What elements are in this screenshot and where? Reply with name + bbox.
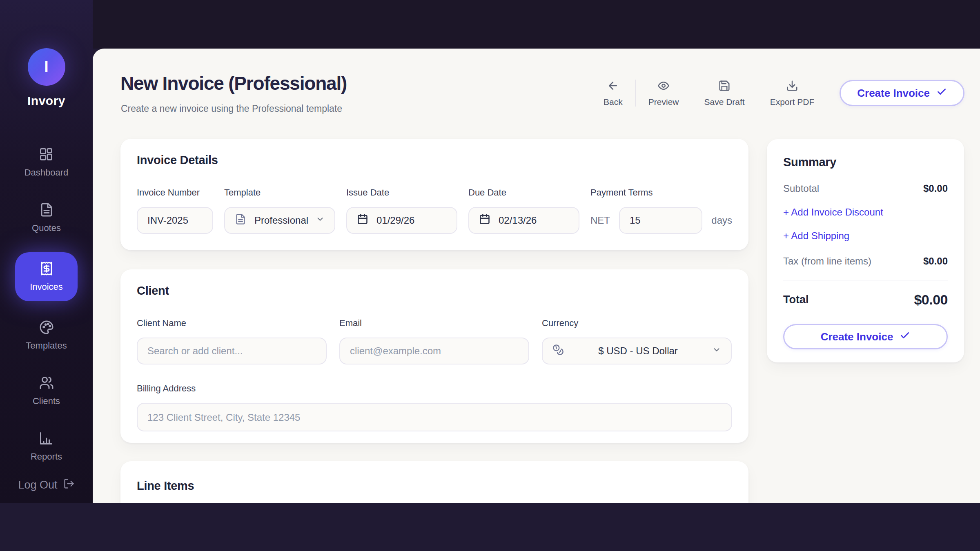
sidebar-item-label: Templates — [26, 340, 67, 351]
email-input[interactable] — [339, 338, 529, 364]
invoice-number-input[interactable] — [137, 207, 213, 234]
save-draft-label: Save Draft — [704, 97, 745, 107]
calendar-icon — [479, 213, 490, 227]
total-row: Total $0.00 — [783, 292, 948, 308]
summary-card: Summary Subtotal $0.00 + Add Invoice Dis… — [767, 139, 964, 362]
dashboard-icon — [39, 147, 53, 163]
sidebar-item-label: Reports — [31, 451, 62, 462]
currency-value: $ USD - US Dollar — [598, 345, 678, 357]
payment-terms-input[interactable] — [619, 207, 702, 234]
payment-terms-label: Payment Terms — [590, 187, 732, 198]
sidebar-item-dashboard[interactable]: Dashboard — [24, 147, 69, 178]
divider — [827, 80, 827, 107]
sidebar-item-quotes[interactable]: Quotes — [32, 202, 61, 233]
invoice-number-group: Invoice Number — [137, 187, 213, 234]
add-invoice-discount-link[interactable]: + Add Invoice Discount — [783, 207, 948, 218]
header-actions: Back Preview Save Draft — [591, 79, 964, 107]
invoice-details-card: Invoice Details Invoice Number Template — [120, 139, 748, 250]
preview-button[interactable]: Preview — [636, 80, 692, 107]
clients-users-icon — [39, 375, 54, 392]
currency-label: Currency — [542, 318, 732, 329]
due-date-group: Due Date 02/13/26 — [468, 187, 579, 234]
save-icon — [718, 80, 731, 93]
invoice-number-label: Invoice Number — [137, 187, 213, 198]
page-title: New Invoice (Professional) — [120, 72, 347, 94]
create-invoice-label: Create Invoice — [821, 331, 893, 343]
download-icon — [786, 80, 798, 93]
subtotal-value: $0.00 — [923, 183, 948, 194]
issue-date-label: Issue Date — [346, 187, 457, 198]
sidebar-item-label: Dashboard — [24, 167, 69, 178]
logout-button[interactable]: Log Out — [18, 478, 74, 492]
app-logo-letter: I — [44, 58, 48, 76]
create-invoice-button-summary[interactable]: Create Invoice — [783, 324, 948, 349]
chevron-down-icon — [316, 215, 325, 226]
due-date-input[interactable]: 02/13/26 — [468, 207, 579, 234]
templates-palette-icon — [39, 320, 54, 336]
arrow-left-icon — [607, 80, 619, 93]
total-label: Total — [783, 293, 809, 306]
template-value: Professional — [254, 215, 308, 226]
back-button[interactable]: Back — [591, 80, 635, 107]
sidebar-item-templates[interactable]: Templates — [26, 320, 67, 351]
client-email-group: Email — [339, 318, 529, 364]
payment-terms-prefix: NET — [590, 215, 610, 226]
logout-icon — [63, 478, 75, 492]
calendar-icon — [357, 213, 368, 227]
sidebar: I Invory Dashboard — [0, 0, 93, 503]
client-card: Client Client Name Email Currency — [120, 269, 748, 443]
issue-date-value: 01/29/26 — [376, 215, 414, 226]
issue-date-group: Issue Date 01/29/26 — [346, 187, 457, 234]
sidebar-item-label: Clients — [33, 396, 60, 407]
main-panel: New Invoice (Professional) Create a new … — [93, 49, 980, 503]
sidebar-item-reports[interactable]: Reports — [31, 431, 62, 462]
chevron-down-icon — [712, 345, 721, 357]
billing-address-input[interactable] — [137, 403, 732, 431]
due-date-label: Due Date — [468, 187, 579, 198]
billing-address-group: Billing Address — [137, 383, 732, 431]
currency-select[interactable]: $ USD - US Dollar — [542, 338, 732, 364]
check-icon — [900, 330, 910, 344]
payment-terms-group: Payment Terms NET days — [590, 187, 732, 234]
template-label: Template — [224, 187, 335, 198]
total-value: $0.00 — [914, 292, 948, 308]
quotes-icon — [39, 202, 54, 219]
line-items-card: Line Items — [120, 461, 748, 503]
due-date-value: 02/13/26 — [499, 215, 537, 226]
sidebar-nav: Dashboard Quotes Invoi — [0, 147, 93, 462]
issue-date-input[interactable]: 01/29/26 — [346, 207, 457, 234]
app-logo: I — [28, 48, 65, 86]
save-draft-button[interactable]: Save Draft — [692, 80, 757, 107]
create-invoice-label: Create Invoice — [857, 87, 930, 100]
email-label: Email — [339, 318, 529, 329]
page-subtitle: Create a new invoice using the Professio… — [121, 103, 342, 114]
check-icon — [936, 87, 947, 100]
sidebar-item-label: Invoices — [30, 282, 63, 292]
eye-icon — [657, 80, 670, 93]
logout-label: Log Out — [18, 479, 57, 491]
back-label: Back — [604, 97, 623, 107]
payment-terms-suffix: days — [711, 215, 732, 226]
client-name-input[interactable] — [137, 338, 327, 364]
sidebar-item-invoices[interactable]: Invoices — [15, 252, 78, 301]
export-pdf-button[interactable]: Export PDF — [757, 80, 827, 107]
currency-group: Currency $ USD - US Dollar — [542, 318, 732, 364]
add-shipping-link[interactable]: + Add Shipping — [783, 230, 948, 242]
template-group: Template Professional — [224, 187, 335, 234]
client-heading: Client — [137, 284, 732, 298]
line-items-heading: Line Items — [137, 479, 732, 493]
export-pdf-label: Export PDF — [770, 97, 815, 107]
coins-icon — [552, 344, 564, 358]
sidebar-item-clients[interactable]: Clients — [33, 375, 60, 407]
template-select[interactable]: Professional — [224, 207, 335, 234]
app-name: Invory — [27, 94, 65, 108]
invoice-receipt-icon — [39, 261, 54, 278]
reports-chart-icon — [39, 431, 53, 447]
sidebar-item-label: Quotes — [32, 223, 61, 233]
preview-label: Preview — [648, 97, 679, 107]
create-invoice-button-header[interactable]: Create Invoice — [840, 80, 964, 106]
page: I Invory Dashboard — [0, 0, 980, 551]
client-name-label: Client Name — [137, 318, 327, 329]
tax-value: $0.00 — [923, 256, 948, 267]
top-strip — [93, 0, 980, 49]
